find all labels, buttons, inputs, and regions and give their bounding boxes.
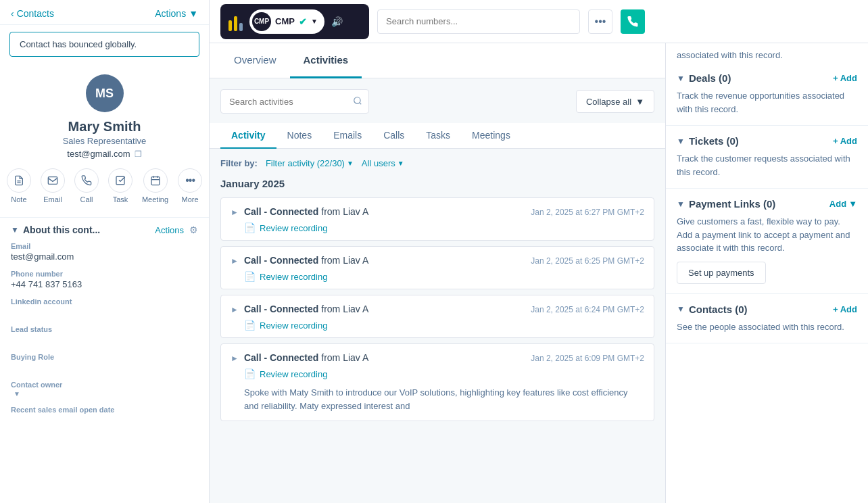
- owner-dropdown-icon[interactable]: ▼: [14, 390, 20, 398]
- task-action[interactable]: Task: [108, 168, 132, 203]
- contact-info-section: MS Mary Smith Sales Representative test@…: [0, 64, 209, 217]
- tickets-section-header[interactable]: ▼ Tickets (0) + Add: [677, 135, 857, 147]
- call-action[interactable]: Call: [74, 168, 99, 203]
- activity-card-4: ► Call - Connected from Liav A Jan 2, 20…: [220, 343, 654, 421]
- review-recording-link-2[interactable]: Review recording: [260, 272, 327, 282]
- tab-activities[interactable]: Activities: [290, 43, 362, 78]
- chevron-down-icon: ▼: [189, 8, 198, 19]
- setup-payments-button[interactable]: Set up payments: [677, 262, 766, 284]
- filter-label: Filter by:: [220, 158, 258, 168]
- payment-links-add-button[interactable]: Add ▼: [829, 199, 857, 209]
- filter-activity-button[interactable]: Filter activity (22/30) ▼: [266, 158, 354, 168]
- svg-rect-2: [48, 177, 57, 185]
- payment-links-title: Payment Links (0): [689, 198, 825, 210]
- main-content: CMP CMP ✔ ▼ 🔊 ••• Overview: [210, 0, 868, 503]
- email-field-label: Email: [11, 242, 198, 250]
- about-section-title: About this cont...: [23, 224, 151, 235]
- subtab-activity[interactable]: Activity: [220, 123, 276, 149]
- email-field-item: Email test@gmail.com: [0, 239, 209, 267]
- activity-title-1: Call - Connected from Liav A: [244, 206, 525, 217]
- filter-row: Filter by: Filter activity (22/30) ▼ All…: [220, 158, 654, 168]
- review-recording-link-4[interactable]: Review recording: [260, 369, 327, 379]
- panel-body: Collapse all ▼ Activity Notes Emails: [210, 78, 665, 503]
- filter-users-button[interactable]: All users ▼: [362, 158, 404, 168]
- activity-card-body-3: 📄 Review recording: [221, 320, 654, 337]
- action-icons-row: Note Email Call Task: [7, 168, 202, 203]
- right-section-contacts: ▼ Contacts (0) + Add See the people asso…: [666, 294, 868, 344]
- copy-email-icon[interactable]: ❐: [135, 149, 142, 159]
- cmp-avatar: CMP: [252, 12, 271, 31]
- tickets-title: Tickets (0): [689, 135, 829, 147]
- phone-more-button[interactable]: •••: [588, 9, 612, 34]
- owner-row: ▼: [11, 390, 198, 398]
- collapse-chevron-icon: ▼: [635, 97, 644, 107]
- subtab-meetings[interactable]: Meetings: [461, 123, 521, 149]
- activity-card-body-4: 📄 Review recording: [221, 368, 654, 386]
- phone-widget: CMP CMP ✔ ▼ 🔊: [220, 4, 369, 39]
- right-panel: associated with this record. ▼ Deals (0)…: [665, 43, 868, 503]
- settings-gear-icon[interactable]: ⚙: [189, 224, 198, 235]
- contacts-description: See the people associated with this reco…: [677, 320, 857, 334]
- search-numbers-input[interactable]: [377, 9, 580, 34]
- right-panel-intro: associated with this record.: [666, 43, 868, 63]
- back-label: Contacts: [17, 8, 54, 19]
- expand-icon-3[interactable]: ►: [231, 304, 239, 314]
- search-activities-input[interactable]: [220, 89, 369, 114]
- note-label: Note: [11, 195, 26, 203]
- email-action[interactable]: Email: [41, 168, 65, 203]
- month-label: January 2025: [220, 178, 654, 189]
- phone-bars: [228, 12, 243, 31]
- expand-icon-1[interactable]: ►: [231, 206, 239, 217]
- task-label: Task: [113, 195, 128, 203]
- contacts-section-header[interactable]: ▼ Contacts (0) + Add: [677, 304, 857, 315]
- about-actions-button[interactable]: Actions: [155, 225, 184, 235]
- sidebar-actions-button[interactable]: Actions ▼: [155, 8, 198, 19]
- buying-role-field-item: Buying Role: [0, 350, 209, 378]
- cmp-check-icon: ✔: [299, 16, 307, 27]
- more-action[interactable]: ••• More: [178, 168, 202, 203]
- expand-icon-2[interactable]: ►: [231, 255, 239, 266]
- email-icon: [41, 168, 65, 193]
- contact-owner-field-label: Contact owner: [11, 381, 198, 389]
- phone-field-label: Phone number: [11, 270, 198, 278]
- about-chevron-icon: ▼: [11, 225, 19, 235]
- deals-chevron-icon: ▼: [677, 74, 685, 83]
- activity-card-body-2: 📄 Review recording: [221, 271, 654, 289]
- tab-overview[interactable]: Overview: [220, 43, 290, 78]
- deals-section-header[interactable]: ▼ Deals (0) + Add: [677, 72, 857, 84]
- meeting-action[interactable]: Meeting: [142, 168, 168, 203]
- payment-links-section-header[interactable]: ▼ Payment Links (0) Add ▼: [677, 198, 857, 210]
- cmp-button[interactable]: CMP CMP ✔ ▼: [249, 9, 324, 34]
- deals-add-button[interactable]: + Add: [833, 73, 857, 83]
- speaker-icon[interactable]: 🔊: [331, 16, 343, 27]
- activity-card-header-4: ► Call - Connected from Liav A Jan 2, 20…: [221, 344, 654, 368]
- activity-card-header-3: ► Call - Connected from Liav A Jan 2, 20…: [221, 295, 654, 320]
- expand-icon-4[interactable]: ►: [231, 352, 239, 363]
- subtab-notes[interactable]: Notes: [276, 123, 323, 149]
- review-recording-link-1[interactable]: Review recording: [260, 223, 327, 233]
- contacts-add-button[interactable]: + Add: [833, 304, 857, 314]
- subtab-calls[interactable]: Calls: [372, 123, 415, 149]
- activity-subtabs: Activity Notes Emails Calls Tasks: [210, 123, 665, 149]
- about-section-header[interactable]: ▼ About this cont... Actions ⚙: [0, 218, 209, 239]
- lead-status-field-item: Lead status: [0, 322, 209, 350]
- collapse-all-button[interactable]: Collapse all ▼: [576, 90, 654, 113]
- back-to-contacts-link[interactable]: ‹ Contacts: [11, 8, 54, 19]
- subtab-tasks[interactable]: Tasks: [415, 123, 461, 149]
- contact-owner-field-item: Contact owner ▼: [0, 378, 209, 403]
- contact-title: Sales Representative: [63, 136, 147, 146]
- activity-title-4: Call - Connected from Liav A: [244, 352, 525, 363]
- review-recording-link-3[interactable]: Review recording: [260, 320, 327, 331]
- phone-call-button[interactable]: [621, 9, 645, 34]
- sidebar-header: ‹ Contacts Actions ▼: [0, 0, 209, 25]
- activities-panel: Overview Activities Collapse al: [210, 43, 665, 503]
- activity-card-note-4: Spoke with Maty Smith to introduce our V…: [221, 386, 654, 421]
- tickets-add-button[interactable]: + Add: [833, 136, 857, 146]
- activity-card-1: ► Call - Connected from Liav A Jan 2, 20…: [220, 197, 654, 241]
- panel-tabs: Overview Activities: [210, 43, 665, 78]
- phone-bar-3: [239, 23, 243, 31]
- document-icon-4: 📄: [244, 368, 256, 379]
- subtab-emails[interactable]: Emails: [322, 123, 372, 149]
- note-action[interactable]: Note: [7, 168, 31, 203]
- top-header: CMP CMP ✔ ▼ 🔊 •••: [210, 0, 868, 43]
